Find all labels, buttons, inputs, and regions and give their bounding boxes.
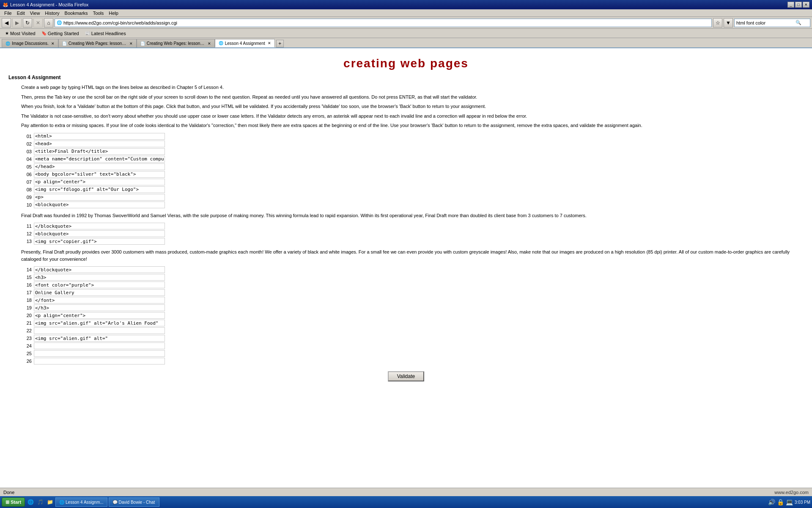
tab-close-3[interactable]: ✕ [268,41,271,45]
code-input-02[interactable] [34,141,165,147]
paragraph-2: Then, press the Tab key or use the scrol… [21,94,804,101]
code-line: 08 [21,186,804,193]
menu-bookmarks[interactable]: Bookmarks [62,10,91,16]
validate-button[interactable]: Validate [388,371,424,381]
code-input-23[interactable] [34,335,165,342]
tab-close-0[interactable]: ✕ [51,41,55,46]
paragraph-1: Create a web page by typing HTML tags on… [21,84,804,91]
code-block-3: 14151617181920212223242526 [21,266,804,365]
menu-file[interactable]: File [2,10,14,16]
bookmark-add[interactable]: ▼ [724,18,733,28]
line-number: 14 [21,267,32,272]
tab-favicon-0: 🌐 [5,41,10,46]
code-input-13[interactable] [34,238,165,245]
code-input-05[interactable] [34,163,165,170]
content-area: creating web pages Lesson 4 Assignment C… [0,48,812,488]
code-block-1: 01020304050607080910 [21,133,804,209]
getting-started-label: Getting Started [48,31,79,36]
close-button[interactable]: ✕ [803,2,809,8]
code-input-07[interactable] [34,179,165,185]
code-input-06[interactable] [34,171,165,178]
line-number: 16 [21,282,32,287]
bookmark-most-visited[interactable]: ★ Most Visited [3,30,38,36]
code-input-18[interactable] [34,297,165,304]
forward-button[interactable]: ▶ [12,18,22,28]
home-button[interactable]: ⌂ [44,18,53,28]
restore-button[interactable]: □ [795,2,802,8]
bookmark-latest-headlines[interactable]: 📰 Latest Headlines [82,30,129,36]
back-button[interactable]: ◀ [2,18,11,28]
code-line: 23 [21,334,804,342]
code-input-22[interactable] [34,327,165,334]
intermediate-text-2: Presently, Final Draft proudly provides … [21,248,804,262]
code-input-15[interactable] [34,274,165,281]
search-input[interactable] [736,20,796,25]
tab-label-2: Creating Web Pages: lessons: lesson.... [147,41,205,46]
line-number: 13 [21,239,32,244]
code-input-12[interactable] [34,230,165,237]
line-number: 01 [21,134,32,139]
code-input-04[interactable] [34,156,165,163]
search-icon[interactable]: 🔍 [796,20,801,25]
code-input-20[interactable] [34,312,165,319]
code-line: 10 [21,201,804,209]
new-tab-button[interactable]: + [276,40,284,47]
code-input-03[interactable] [34,148,165,155]
bookmarks-bar: ★ Most Visited 🔖 Getting Started 📰 Lates… [0,29,812,38]
line-number: 18 [21,298,32,303]
menu-view[interactable]: View [27,10,43,16]
reload-button[interactable]: ↻ [23,18,32,28]
address-input[interactable] [63,20,710,25]
code-line: 18 [21,296,804,304]
code-input-10[interactable] [34,202,165,208]
code-line: 16 [21,281,804,289]
code-input-25[interactable] [34,350,165,357]
tab-lesson4[interactable]: 🌐 Lesson 4 Assignment ✕ [215,39,275,47]
code-input-14[interactable] [34,266,165,273]
address-icon: 🌐 [57,20,62,25]
code-input-24[interactable] [34,342,165,349]
code-input-19[interactable] [34,304,165,311]
bookmark-star[interactable]: ☆ [713,18,722,28]
line-number: 22 [21,328,32,333]
intermediate-text-1: Final Draft was founded in 1992 by Thoma… [21,212,804,219]
code-line: 13 [21,237,804,245]
latest-headlines-label: Latest Headlines [91,31,126,36]
window-controls[interactable]: _ □ ✕ [787,2,809,8]
tab-label-3: Lesson 4 Assignment [225,41,265,46]
paragraph-5: Pay attention to extra or missing spaces… [21,122,804,129]
tab-creating-web-2[interactable]: 📄 Creating Web Pages: lessons: lesson...… [137,39,215,47]
code-input-21[interactable] [34,320,165,326]
code-input-17[interactable] [34,289,165,296]
menu-tools[interactable]: Tools [91,10,107,16]
menu-edit[interactable]: Edit [14,10,27,16]
code-input-11[interactable] [34,223,165,229]
most-visited-icon: ★ [5,31,9,36]
minimize-button[interactable]: _ [787,2,794,8]
line-number: 17 [21,290,32,295]
code-line: 03 [21,148,804,155]
search-bar: 🔍 [734,19,810,27]
tab-favicon-2: 📄 [140,41,145,46]
tabs-bar: 🌐 Image Discussions. ✕ 📄 Creating Web Pa… [0,38,812,48]
tab-close-2[interactable]: ✕ [208,41,211,46]
code-input-01[interactable] [34,133,165,140]
menu-history[interactable]: History [42,10,62,16]
stop-button[interactable]: ✕ [33,18,43,28]
window-title: Lesson 4 Assignment - Mozilla Firefox [10,2,88,7]
tab-image-discussions[interactable]: 🌐 Image Discussions. ✕ [2,39,58,47]
latest-headlines-icon: 📰 [85,31,90,36]
line-number: 05 [21,164,32,169]
code-input-26[interactable] [34,358,165,364]
code-input-09[interactable] [34,194,165,201]
tab-close-1[interactable]: ✕ [129,41,133,46]
code-line: 21 [21,319,804,327]
code-line: 12 [21,230,804,237]
code-input-08[interactable] [34,186,165,193]
bookmark-getting-started[interactable]: 🔖 Getting Started [39,30,82,36]
line-number: 06 [21,172,32,177]
menu-help[interactable]: Help [106,10,121,16]
tab-creating-web-1[interactable]: 📄 Creating Web Pages: lessons: lesson...… [58,39,137,47]
code-line: 14 [21,266,804,273]
code-input-16[interactable] [34,282,165,288]
